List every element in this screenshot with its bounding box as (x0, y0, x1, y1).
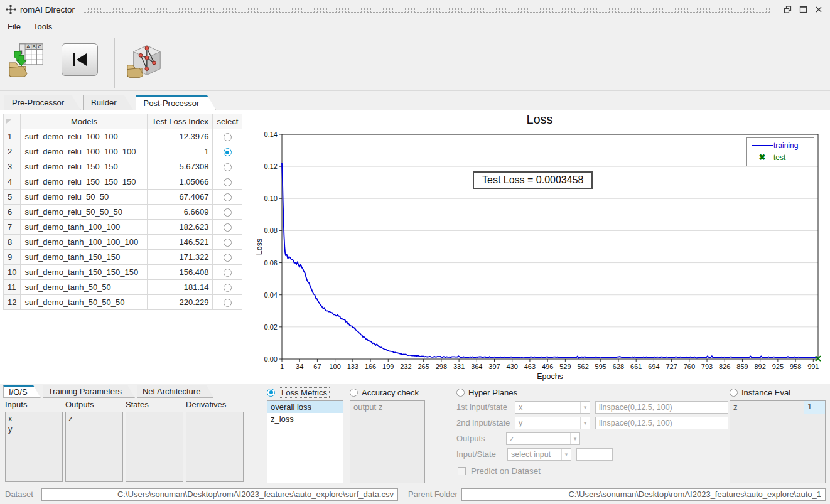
bottom-panel: I/O/STraining ParametersNet Architecture… (0, 384, 830, 485)
list-item[interactable]: x (8, 413, 60, 424)
ios-list-outputs[interactable]: z (65, 412, 123, 482)
row-number: 12 (4, 295, 21, 310)
model-row: 6surf_demo_relu_50_50_506.6609 (4, 205, 242, 220)
title-bar: romAI Director (0, 0, 830, 19)
hyper-planes-radio[interactable] (456, 389, 465, 397)
list-item[interactable]: y (8, 424, 60, 434)
hp-label-2: 2nd input/state (456, 418, 510, 427)
menu-file[interactable]: File (8, 22, 21, 31)
column-header-models[interactable]: Models (21, 114, 148, 129)
chevron-down-icon: ▾ (580, 417, 590, 429)
model-name-cell: surf_demo_tanh_150_150 (21, 250, 148, 265)
select-cell (213, 190, 242, 205)
svg-text:430: 430 (507, 363, 518, 370)
model-row: 4surf_demo_relu_150_150_1501.05066 (4, 174, 242, 190)
model-select-radio[interactable] (224, 284, 232, 292)
model-select-radio[interactable] (224, 254, 232, 262)
model-select-radio[interactable] (224, 133, 232, 141)
model-select-radio[interactable] (224, 163, 232, 171)
tab-builder[interactable]: Builder (83, 95, 133, 110)
main-area: Models Test Loss Index select 1surf_demo… (0, 110, 830, 384)
hp-label-3: Outputs (456, 434, 485, 443)
svg-text:Loss: Loss (255, 239, 264, 255)
svg-text:1: 1 (280, 363, 284, 370)
svg-text:B: B (33, 44, 36, 50)
model-select-radio[interactable] (224, 193, 232, 201)
predict-on-dataset-label: Predict on Dataset (471, 466, 541, 476)
list-item[interactable]: z (68, 413, 120, 424)
svg-text:793: 793 (701, 363, 713, 370)
svg-text:0.04: 0.04 (264, 291, 278, 299)
hp-label-4: Input/State (456, 449, 496, 459)
model-select-radio[interactable] (224, 299, 232, 307)
model-select-radio[interactable] (224, 223, 232, 232)
tab-net-architecture[interactable]: Net Architecture (137, 385, 214, 398)
restore-window-icon[interactable] (781, 4, 794, 15)
model-select-radio[interactable] (224, 269, 232, 277)
column-header-test-loss-index[interactable]: Test Loss Index (148, 114, 213, 129)
select-cell (213, 159, 242, 174)
svg-text:232: 232 (400, 363, 411, 370)
maximize-window-icon[interactable] (797, 4, 809, 15)
load-model-button[interactable] (121, 37, 166, 85)
svg-text:0.10: 0.10 (264, 195, 278, 202)
svg-text:991: 991 (807, 363, 819, 370)
loss-metric-item[interactable]: overall loss (267, 401, 343, 413)
hp-dropdown-3: z▾ (506, 432, 580, 445)
model-row: 1surf_demo_relu_100_10012.3976 (4, 129, 242, 144)
tab-training-parameters[interactable]: Training Parameters (43, 385, 135, 398)
svg-text:C: C (38, 44, 41, 50)
dataset-path-field[interactable]: C:\Users\sonuman\Desktop\romAI2023_featu… (41, 488, 398, 501)
loss-metrics-radio[interactable] (267, 389, 275, 397)
legend-label-test: test (773, 153, 785, 162)
row-number: 3 (4, 159, 21, 174)
model-select-radio[interactable] (224, 208, 232, 217)
svg-text:A: A (26, 44, 30, 50)
reset-button[interactable] (62, 43, 98, 76)
loss-metrics-radio-row: Loss Metrics (267, 387, 330, 397)
window-title: romAI Director (20, 5, 75, 14)
model-name-cell: surf_demo_relu_150_150 (21, 159, 148, 174)
accuracy-check-radio[interactable] (350, 389, 358, 397)
model-select-radio[interactable] (224, 178, 232, 186)
menu-tools[interactable]: Tools (33, 22, 52, 31)
select-cell (213, 205, 242, 220)
tab-pre-processor[interactable]: Pre-Processor (4, 95, 81, 110)
column-header-select[interactable]: select (213, 114, 242, 129)
test-loss-index-cell: 171.322 (148, 250, 213, 265)
svg-text:298: 298 (436, 363, 447, 370)
hp-field-1: linspace(0,12.5, 100) (595, 401, 728, 414)
titlebar-drag-handle[interactable] (84, 7, 770, 14)
model-select-radio[interactable] (224, 148, 232, 156)
chevron-down-icon: ▾ (580, 402, 590, 413)
main-tab-bar: Pre-ProcessorBuilderPost-Processor (0, 92, 830, 110)
test-loss-index-cell: 156.408 (148, 265, 213, 280)
tab-post-processor[interactable]: Post-Processor (136, 95, 217, 110)
table-corner-button[interactable] (4, 114, 21, 129)
parent-folder-path-field[interactable]: C:\Users\sonuman\Desktop\romAI2023_featu… (461, 488, 826, 501)
tab-i-o-s[interactable]: I/O/S (3, 385, 41, 398)
ios-list-states[interactable] (126, 412, 183, 482)
ios-list-inputs[interactable]: xy (5, 412, 63, 482)
test-loss-index-cell: 6.6609 (148, 205, 213, 220)
toolbar: A B C (0, 34, 830, 91)
model-select-radio[interactable] (224, 239, 232, 247)
svg-text:331: 331 (453, 363, 465, 370)
select-cell (213, 235, 242, 250)
model-name-cell: surf_demo_relu_150_150_150 (21, 174, 148, 190)
close-window-icon[interactable] (812, 4, 825, 15)
loss-metric-item[interactable]: z_loss (267, 413, 343, 425)
select-cell (213, 174, 242, 190)
test-loss-index-cell: 67.4067 (148, 190, 213, 205)
accuracy-check-list: output z (350, 400, 425, 483)
test-loss-index-cell: 220.229 (148, 295, 213, 310)
import-dataset-icon: A B C (8, 41, 45, 80)
row-number: 11 (4, 280, 21, 295)
svg-text:496: 496 (542, 363, 553, 370)
import-dataset-button[interactable]: A B C (4, 37, 49, 85)
svg-text:562: 562 (577, 363, 588, 370)
svg-text:892: 892 (754, 363, 765, 370)
instance-eval-radio[interactable] (730, 389, 738, 397)
select-cell (213, 129, 242, 144)
ios-list-derivatives[interactable] (186, 412, 244, 482)
